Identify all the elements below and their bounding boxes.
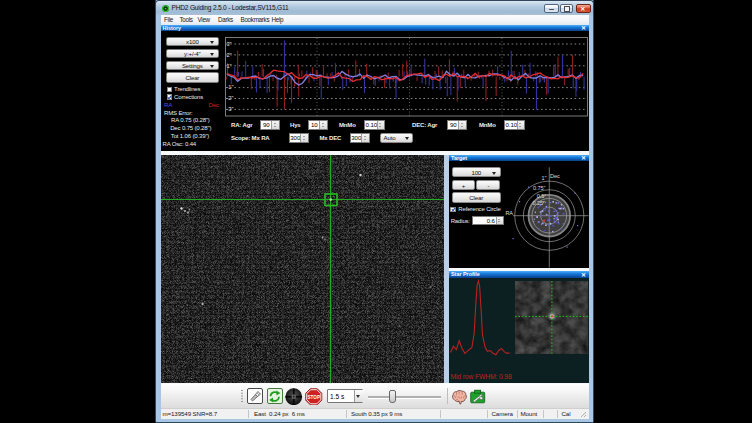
svg-text:-2": -2" <box>227 95 234 101</box>
svg-text:Dec: Dec <box>550 173 560 179</box>
svg-text:0.5": 0.5" <box>537 193 546 199</box>
svg-text:3": 3" <box>227 41 232 47</box>
svg-text:2": 2" <box>227 52 232 58</box>
svg-text:0.25": 0.25" <box>532 200 544 206</box>
svg-text:-3": -3" <box>227 106 234 112</box>
svg-text:1": 1" <box>227 63 232 69</box>
svg-text:1": 1" <box>541 175 546 181</box>
svg-text:STOP: STOP <box>308 395 320 400</box>
svg-text:-1": -1" <box>227 85 234 91</box>
svg-text:RA: RA <box>505 210 513 216</box>
svg-text:Mid row FWHM: 0.98: Mid row FWHM: 0.98 <box>451 373 512 380</box>
svg-text:0.75": 0.75" <box>533 185 545 191</box>
